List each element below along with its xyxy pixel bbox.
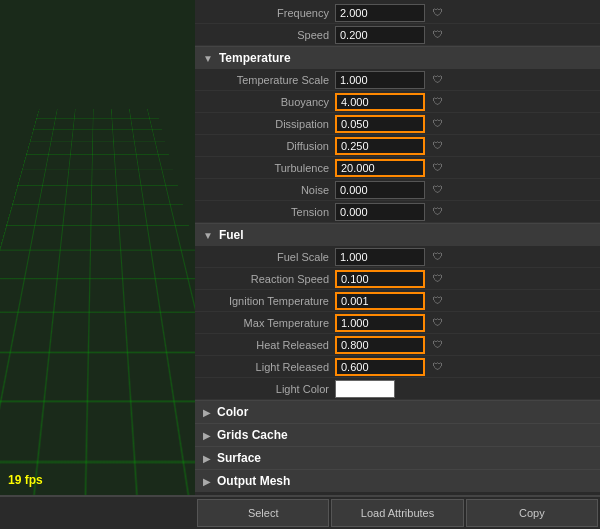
tension-input[interactable] <box>335 203 425 221</box>
color-title: Color <box>217 405 248 419</box>
viewport: 19 fps <box>0 0 195 495</box>
frequency-input[interactable] <box>335 4 425 22</box>
ignition-temp-shield: 🛡 <box>433 295 443 306</box>
fuel-title: Fuel <box>219 228 244 242</box>
color-section-header[interactable]: ▶ Color <box>195 400 600 423</box>
turbulence-label: Turbulence <box>195 162 335 174</box>
diffusion-shield: 🛡 <box>433 140 443 151</box>
dissipation-input[interactable] <box>335 115 425 133</box>
heat-released-value-area: 🛡 <box>335 336 592 354</box>
light-released-row: Light Released 🛡 <box>195 356 600 378</box>
speed-value-area: 🛡 <box>335 26 592 44</box>
noise-value-area: 🛡 <box>335 181 592 199</box>
surface-section-header[interactable]: ▶ Surface <box>195 446 600 469</box>
output-mesh-title: Output Mesh <box>217 474 290 488</box>
max-temp-label: Max Temperature <box>195 317 335 329</box>
tension-row: Tension 🛡 <box>195 201 600 223</box>
fuel-scale-value-area: 🛡 <box>335 248 592 266</box>
light-color-swatch[interactable] <box>335 380 395 398</box>
load-attributes-button[interactable]: Load Attributes <box>331 499 463 527</box>
tension-shield: 🛡 <box>433 206 443 217</box>
temperature-arrow-icon: ▼ <box>203 53 213 64</box>
toolbar-buttons: Select Load Attributes Copy <box>195 499 600 527</box>
speed-label: Speed <box>195 29 335 41</box>
reaction-speed-value-area: 🛡 <box>335 270 592 288</box>
noise-row: Noise 🛡 <box>195 179 600 201</box>
temperature-scale-label: Temperature Scale <box>195 74 335 86</box>
properties-panel[interactable]: Frequency 🛡 Speed 🛡 ▼ Temperature Temper… <box>195 0 600 495</box>
speed-shield-icon: 🛡 <box>433 29 443 40</box>
light-released-shield: 🛡 <box>433 361 443 372</box>
dissipation-label: Dissipation <box>195 118 335 130</box>
light-released-input[interactable] <box>335 358 425 376</box>
frequency-value-area: 🛡 <box>335 4 592 22</box>
fps-label: 19 fps <box>8 473 43 487</box>
reaction-speed-shield: 🛡 <box>433 273 443 284</box>
output-mesh-arrow-icon: ▶ <box>203 476 211 487</box>
fuel-scale-row: Fuel Scale 🛡 <box>195 246 600 268</box>
fuel-arrow-icon: ▼ <box>203 230 213 241</box>
temp-scale-shield: 🛡 <box>433 74 443 85</box>
buoyancy-value-area: 🛡 <box>335 93 592 111</box>
heat-released-input[interactable] <box>335 336 425 354</box>
temperature-title: Temperature <box>219 51 291 65</box>
buoyancy-row: Buoyancy 🛡 <box>195 91 600 113</box>
frequency-row: Frequency 🛡 <box>195 2 600 24</box>
heat-released-shield: 🛡 <box>433 339 443 350</box>
light-color-row: Light Color <box>195 378 600 400</box>
dissipation-value-area: 🛡 <box>335 115 592 133</box>
temperature-section-header[interactable]: ▼ Temperature <box>195 46 600 69</box>
buoyancy-input[interactable] <box>335 93 425 111</box>
fuel-section-header[interactable]: ▼ Fuel <box>195 223 600 246</box>
tension-label: Tension <box>195 206 335 218</box>
heat-released-row: Heat Released 🛡 <box>195 334 600 356</box>
surface-title: Surface <box>217 451 261 465</box>
speed-input[interactable] <box>335 26 425 44</box>
top-rows: Frequency 🛡 Speed 🛡 <box>195 0 600 46</box>
diffusion-value-area: 🛡 <box>335 137 592 155</box>
output-mesh-section-header[interactable]: ▶ Output Mesh <box>195 469 600 492</box>
ignition-temp-input[interactable] <box>335 292 425 310</box>
turbulence-row: Turbulence 🛡 <box>195 157 600 179</box>
light-color-label: Light Color <box>195 383 335 395</box>
ignition-temp-value-area: 🛡 <box>335 292 592 310</box>
diffusion-row: Diffusion 🛡 <box>195 135 600 157</box>
ignition-temp-row: Ignition Temperature 🛡 <box>195 290 600 312</box>
dissipation-shield: 🛡 <box>433 118 443 129</box>
frequency-label: Frequency <box>195 7 335 19</box>
copy-button[interactable]: Copy <box>466 499 598 527</box>
select-button[interactable]: Select <box>197 499 329 527</box>
grids-cache-title: Grids Cache <box>217 428 288 442</box>
ignition-temp-label: Ignition Temperature <box>195 295 335 307</box>
main-container: 19 fps Frequency 🛡 Speed 🛡 ▼ <box>0 0 600 495</box>
max-temp-input[interactable] <box>335 314 425 332</box>
frequency-shield-icon: 🛡 <box>433 7 443 18</box>
reaction-speed-row: Reaction Speed 🛡 <box>195 268 600 290</box>
grids-cache-section-header[interactable]: ▶ Grids Cache <box>195 423 600 446</box>
grid-overlay <box>0 109 195 495</box>
diffusion-input[interactable] <box>335 137 425 155</box>
dissipation-row: Dissipation 🛡 <box>195 113 600 135</box>
grids-cache-arrow-icon: ▶ <box>203 430 211 441</box>
temperature-scale-input[interactable] <box>335 71 425 89</box>
speed-row: Speed 🛡 <box>195 24 600 46</box>
light-released-value-area: 🛡 <box>335 358 592 376</box>
diffusion-label: Diffusion <box>195 140 335 152</box>
turbulence-input[interactable] <box>335 159 425 177</box>
bottom-toolbar: Select Load Attributes Copy <box>0 495 600 529</box>
surface-arrow-icon: ▶ <box>203 453 211 464</box>
buoyancy-label: Buoyancy <box>195 96 335 108</box>
temperature-scale-row: Temperature Scale 🛡 <box>195 69 600 91</box>
noise-shield: 🛡 <box>433 184 443 195</box>
light-released-label: Light Released <box>195 361 335 373</box>
fuel-scale-label: Fuel Scale <box>195 251 335 263</box>
tension-value-area: 🛡 <box>335 203 592 221</box>
noise-input[interactable] <box>335 181 425 199</box>
light-color-value-area <box>335 380 592 398</box>
noise-label: Noise <box>195 184 335 196</box>
max-temp-value-area: 🛡 <box>335 314 592 332</box>
fuel-scale-input[interactable] <box>335 248 425 266</box>
reaction-speed-input[interactable] <box>335 270 425 288</box>
turbulence-shield: 🛡 <box>433 162 443 173</box>
turbulence-value-area: 🛡 <box>335 159 592 177</box>
